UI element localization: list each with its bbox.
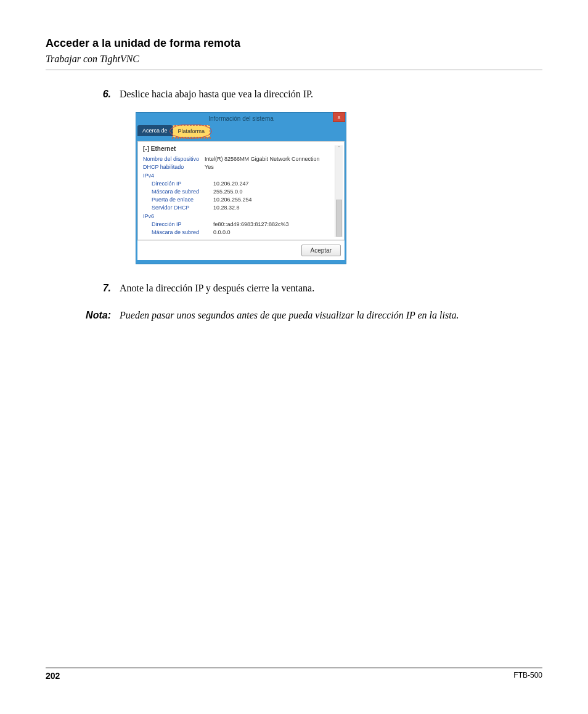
annotation-underline (172, 136, 211, 139)
row-ipv4-gateway: Puerta de enlace 10.206.255.254 (143, 197, 335, 203)
scrollbar[interactable]: ˄ ˅ (335, 145, 343, 237)
tab-about[interactable]: Acerca de (137, 125, 173, 136)
ipv4-header: IPv4 (143, 172, 335, 179)
ipv6-header: IPv6 (143, 213, 335, 219)
row-ipv4-mask: Máscara de subred 255.255.0.0 (143, 189, 335, 195)
row-ipv6-ip: Dirección IP fe80::ad49:6983:8127:882c%3 (143, 221, 335, 227)
row-ipv6-mask: Máscara de subred 0.0.0.0 (143, 229, 335, 235)
page-number: 202 (46, 671, 60, 681)
scroll-thumb[interactable] (336, 200, 342, 237)
step-text: Anote la dirección IP y después cierre l… (120, 283, 542, 294)
tab-platform[interactable]: Plataforma (173, 125, 211, 137)
button-row: Aceptar (137, 240, 345, 260)
row-ipv4-dhcp-server: Servidor DHCP 10.28.32.8 (143, 205, 335, 211)
scroll-up-icon[interactable]: ˄ (338, 145, 340, 151)
embedded-screenshot: Información del sistema x Acerca de Plat… (136, 112, 542, 264)
close-icon[interactable]: x (333, 112, 345, 122)
step-number: 6. (46, 89, 120, 100)
row-ipv4-ip: Dirección IP 10.206.20.247 (143, 181, 335, 187)
page-title: Acceder a la unidad de forma remota (46, 37, 542, 50)
system-info-window: Información del sistema x Acerca de Plat… (136, 112, 346, 264)
ok-button[interactable]: Aceptar (301, 245, 341, 256)
step-number: 7. (46, 283, 120, 294)
ethernet-section-header: [-] Ethernet (143, 145, 335, 152)
note: Nota: Pueden pasar unos segundos antes d… (46, 310, 542, 321)
tab-platform-label: Plataforma (178, 128, 205, 134)
step-7: 7. Anote la dirección IP y después cierr… (46, 283, 542, 294)
tab-bar: Acerca de Plataforma (137, 125, 345, 137)
window-titlebar[interactable]: Información del sistema x (136, 113, 346, 124)
row-device-name: Nombre del dispositivo Intel(R) 82566MM … (143, 156, 335, 162)
step-text: Deslice hacia abajo hasta que vea la dir… (120, 89, 542, 100)
row-dhcp-enabled: DHCP habilitado Yes (143, 164, 335, 170)
model-label: FTB-500 (513, 671, 542, 681)
note-text: Pueden pasar unos segundos antes de que … (120, 310, 542, 321)
step-6: 6. Deslice hacia abajo hasta que vea la … (46, 89, 542, 100)
page-footer: 202 FTB-500 (46, 667, 542, 681)
page-subtitle: Trabajar con TightVNC (46, 54, 542, 70)
note-label: Nota: (46, 310, 120, 321)
info-panel: [-] Ethernet Nombre del dispositivo Inte… (137, 141, 345, 240)
window-title: Información del sistema (208, 115, 274, 122)
